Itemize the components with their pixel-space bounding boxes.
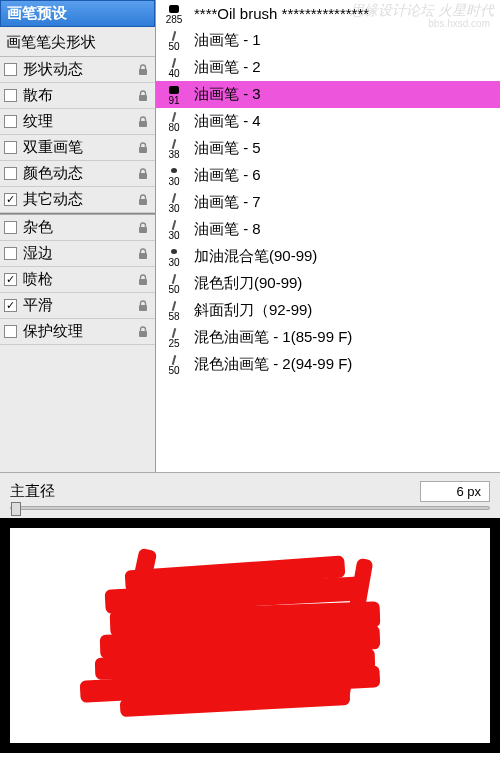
brush-list-item[interactable]: 38油画笔 - 5 [156, 135, 500, 162]
brush-list-item[interactable]: 25混色油画笔 - 1(85-99 F) [156, 324, 500, 351]
lock-icon[interactable] [135, 220, 151, 236]
brush-size: 50 [168, 285, 179, 295]
brush-size: 50 [168, 42, 179, 52]
option-row[interactable]: 湿边 [0, 241, 155, 267]
brush-name: 油画笔 - 7 [194, 193, 261, 212]
option-row[interactable]: 保护纹理 [0, 319, 155, 345]
brush-preview-area [0, 518, 500, 753]
svg-rect-1 [139, 95, 147, 101]
lock-icon[interactable] [135, 272, 151, 288]
lock-icon[interactable] [135, 166, 151, 182]
brush-size: 30 [168, 177, 179, 187]
lock-icon[interactable] [135, 140, 151, 156]
option-label: 形状动态 [23, 60, 135, 79]
brush-thumb: 30 [162, 246, 186, 268]
brush-name: 油画笔 - 3 [194, 85, 261, 104]
brush-thumb: 38 [162, 138, 186, 160]
option-label: 纹理 [23, 112, 135, 131]
brush-thumb: 285 [162, 3, 186, 25]
checkbox[interactable] [4, 167, 17, 180]
option-row[interactable]: 颜色动态 [0, 161, 155, 187]
svg-rect-9 [139, 305, 147, 311]
brush-name: 混色油画笔 - 1(85-99 F) [194, 328, 352, 347]
lock-icon[interactable] [135, 192, 151, 208]
brush-size: 25 [168, 339, 179, 349]
brush-list-item[interactable]: 50混色刮刀(90-99) [156, 270, 500, 297]
checkbox[interactable] [4, 325, 17, 338]
brush-size: 285 [166, 15, 183, 25]
brush-thumb: 91 [162, 84, 186, 106]
checkbox[interactable] [4, 247, 17, 260]
preview-canvas [10, 528, 490, 743]
brush-list-item[interactable]: 30油画笔 - 7 [156, 189, 500, 216]
checkbox[interactable] [4, 141, 17, 154]
brush-list-item[interactable]: 50混色油画笔 - 2(94-99 F) [156, 351, 500, 378]
brush-name: 斜面刮刀（92-99) [194, 301, 312, 320]
brush-thumb: 50 [162, 354, 186, 376]
lock-icon[interactable] [135, 246, 151, 262]
brush-tip-shape[interactable]: 画笔笔尖形状 [0, 27, 155, 57]
brush-name: 油画笔 - 6 [194, 166, 261, 185]
option-row[interactable]: 杂色 [0, 215, 155, 241]
brush-list-item[interactable]: 40油画笔 - 2 [156, 54, 500, 81]
brush-size: 30 [168, 231, 179, 241]
option-row[interactable]: 平滑 [0, 293, 155, 319]
brush-list-item[interactable]: 50油画笔 - 1 [156, 27, 500, 54]
svg-rect-4 [139, 173, 147, 179]
brush-thumb: 50 [162, 273, 186, 295]
option-row[interactable]: 喷枪 [0, 267, 155, 293]
slider-thumb[interactable] [11, 502, 21, 516]
brush-list-item[interactable]: 58斜面刮刀（92-99) [156, 297, 500, 324]
checkbox[interactable] [4, 63, 17, 76]
brush-list-item[interactable]: 285****Oil brush *************** [156, 0, 500, 27]
brush-name: 油画笔 - 2 [194, 58, 261, 77]
checkbox[interactable] [4, 221, 17, 234]
checkbox[interactable] [4, 299, 17, 312]
brush-list-item[interactable]: 91油画笔 - 3 [156, 81, 500, 108]
option-row[interactable]: 其它动态 [0, 187, 155, 213]
option-label: 杂色 [23, 218, 135, 237]
checkbox[interactable] [4, 89, 17, 102]
diameter-label: 主直径 [10, 482, 55, 501]
svg-rect-7 [139, 253, 147, 259]
option-row[interactable]: 散布 [0, 83, 155, 109]
checkbox[interactable] [4, 115, 17, 128]
brush-list-item[interactable]: 30加油混合笔(90-99) [156, 243, 500, 270]
option-label: 其它动态 [23, 190, 135, 209]
brush-thumb: 30 [162, 192, 186, 214]
svg-rect-6 [139, 227, 147, 233]
brush-thumb: 80 [162, 111, 186, 133]
option-label: 平滑 [23, 296, 135, 315]
brush-size: 91 [168, 96, 179, 106]
option-label: 散布 [23, 86, 135, 105]
option-label: 喷枪 [23, 270, 135, 289]
lock-icon[interactable] [135, 324, 151, 340]
brush-size: 50 [168, 366, 179, 376]
brush-size: 40 [168, 69, 179, 79]
brush-thumb: 40 [162, 57, 186, 79]
svg-rect-8 [139, 279, 147, 285]
checkbox[interactable] [4, 193, 17, 206]
option-row[interactable]: 双重画笔 [0, 135, 155, 161]
option-row[interactable]: 纹理 [0, 109, 155, 135]
option-label: 颜色动态 [23, 164, 135, 183]
diameter-slider[interactable] [10, 506, 490, 510]
brush-name: 油画笔 - 1 [194, 31, 261, 50]
brush-list-item[interactable]: 30油画笔 - 6 [156, 162, 500, 189]
brush-thumb: 50 [162, 30, 186, 52]
lock-icon[interactable] [135, 114, 151, 130]
brush-thumb: 25 [162, 327, 186, 349]
brush-name: 油画笔 - 4 [194, 112, 261, 131]
diameter-value[interactable]: 6 px [420, 481, 490, 502]
lock-icon[interactable] [135, 88, 151, 104]
brush-list-item[interactable]: 30油画笔 - 8 [156, 216, 500, 243]
panel-header-presets[interactable]: 画笔预设 [0, 0, 155, 27]
svg-rect-5 [139, 199, 147, 205]
option-row[interactable]: 形状动态 [0, 57, 155, 83]
brush-list[interactable]: 285****Oil brush ***************50油画笔 - … [156, 0, 500, 472]
lock-icon[interactable] [135, 298, 151, 314]
checkbox[interactable] [4, 273, 17, 286]
brush-size: 30 [168, 204, 179, 214]
lock-icon[interactable] [135, 62, 151, 78]
brush-list-item[interactable]: 80油画笔 - 4 [156, 108, 500, 135]
